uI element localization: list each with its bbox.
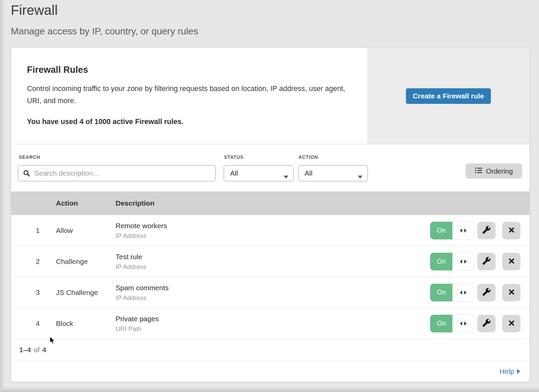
pagination-total: 4 bbox=[42, 346, 46, 354]
column-header-action: Action bbox=[56, 199, 78, 207]
rule-description-title: Spam comments bbox=[116, 283, 169, 292]
delete-rule-button[interactable] bbox=[502, 222, 520, 239]
filters-section: SEARCH STATUS ACTION All All bbox=[11, 144, 530, 191]
page-subtitle: Manage access by IP, country, or query r… bbox=[11, 26, 198, 37]
toggle-on-label: On bbox=[430, 315, 452, 332]
page-title: Firewall bbox=[11, 3, 198, 18]
edit-rule-button[interactable] bbox=[477, 253, 496, 270]
window-left-edge bbox=[0, 0, 3, 392]
action-label: ACTION bbox=[298, 154, 318, 160]
edit-rule-button[interactable] bbox=[477, 284, 496, 301]
create-firewall-rule-button[interactable]: Create a Firewall rule bbox=[406, 88, 491, 104]
table-row: 4 Block Private pages URI Path On bbox=[11, 308, 530, 339]
delete-rule-button[interactable] bbox=[502, 284, 520, 301]
wrench-icon bbox=[482, 319, 491, 328]
rule-description: Spam comments IP Address bbox=[116, 283, 169, 301]
help-link-label: Help bbox=[500, 367, 514, 375]
firewall-rules-card: Firewall Rules Control incoming traffic … bbox=[11, 48, 530, 382]
rule-controls: On bbox=[430, 253, 520, 270]
toggle-on-label: On bbox=[430, 253, 452, 270]
rule-enabled-toggle[interactable]: On bbox=[430, 315, 474, 332]
toggle-drag-arrows-icon bbox=[452, 253, 474, 270]
ordering-button-label: Ordering bbox=[486, 167, 513, 175]
rules-info-section: Firewall Rules Control incoming traffic … bbox=[11, 48, 530, 144]
list-icon bbox=[475, 167, 482, 175]
help-link[interactable]: Help bbox=[500, 367, 520, 375]
chevron-down-icon bbox=[358, 172, 362, 180]
pagination: 1–4 of 4 bbox=[11, 339, 530, 361]
rule-match-type: IP Address bbox=[116, 232, 167, 239]
card-footer: Help bbox=[11, 361, 530, 382]
rule-controls: On bbox=[430, 284, 520, 301]
rule-action: Challenge bbox=[56, 258, 88, 266]
rule-action: Allow bbox=[56, 227, 73, 235]
rule-description-title: Test rule bbox=[116, 252, 147, 261]
rule-priority: 1 bbox=[31, 227, 44, 235]
page-header: Firewall Manage access by IP, country, o… bbox=[11, 3, 198, 37]
edit-rule-button[interactable] bbox=[477, 315, 496, 332]
ordering-button[interactable]: Ordering bbox=[466, 163, 522, 179]
pagination-range: 1–4 bbox=[19, 346, 31, 354]
table-header: Action Description bbox=[11, 191, 530, 215]
window-bottom-edge bbox=[0, 388, 539, 392]
pagination-of: of bbox=[34, 346, 40, 354]
rules-usage-count: You have used 4 of 1000 active Firewall … bbox=[27, 118, 354, 126]
edit-rule-button[interactable] bbox=[477, 222, 496, 239]
close-icon bbox=[508, 226, 515, 235]
delete-rule-button[interactable] bbox=[502, 315, 520, 332]
column-header-description: Description bbox=[116, 199, 155, 207]
triangle-right-icon bbox=[517, 367, 520, 375]
rule-controls: On bbox=[430, 315, 520, 332]
rule-enabled-toggle[interactable]: On bbox=[430, 253, 474, 270]
status-select-value: All bbox=[230, 169, 238, 177]
status-label: STATUS bbox=[224, 154, 244, 160]
rule-description: Test rule IP Address bbox=[116, 252, 147, 270]
search-icon bbox=[23, 170, 30, 178]
rule-match-type: IP Address bbox=[116, 263, 147, 270]
rules-heading: Firewall Rules bbox=[27, 65, 354, 75]
rule-priority: 2 bbox=[31, 258, 44, 266]
wrench-icon bbox=[482, 257, 491, 266]
toggle-drag-arrows-icon bbox=[452, 284, 474, 301]
table-row: 1 Allow Remote workers IP Address On bbox=[11, 215, 530, 246]
rule-enabled-toggle[interactable]: On bbox=[430, 222, 474, 239]
delete-rule-button[interactable] bbox=[502, 253, 520, 270]
table-row: 3 JS Challenge Spam comments IP Address … bbox=[11, 277, 530, 308]
action-select-value: All bbox=[305, 169, 312, 177]
table-row: 2 Challenge Test rule IP Address On bbox=[11, 246, 530, 277]
rule-description: Remote workers IP Address bbox=[116, 221, 167, 239]
toggle-drag-arrows-icon bbox=[452, 315, 474, 332]
search-field-wrap bbox=[18, 165, 216, 181]
rule-action: Block bbox=[56, 320, 73, 328]
close-icon bbox=[508, 257, 515, 266]
action-select[interactable]: All bbox=[298, 165, 368, 181]
rule-enabled-toggle[interactable]: On bbox=[430, 284, 474, 301]
rule-priority: 4 bbox=[31, 320, 44, 328]
rule-action: JS Challenge bbox=[56, 289, 98, 297]
rule-priority: 3 bbox=[31, 289, 44, 297]
close-icon bbox=[508, 319, 515, 328]
chevron-down-icon bbox=[284, 172, 288, 180]
toggle-drag-arrows-icon bbox=[452, 222, 474, 239]
rule-description-title: Private pages bbox=[116, 314, 159, 323]
rule-controls: On bbox=[430, 222, 520, 239]
rule-match-type: URI Path bbox=[116, 325, 159, 332]
status-select[interactable]: All bbox=[224, 165, 294, 181]
close-icon bbox=[508, 288, 515, 297]
rules-description: Control incoming traffic to your zone by… bbox=[27, 83, 347, 107]
create-rule-panel: Create a Firewall rule bbox=[367, 48, 530, 144]
rules-info-text: Firewall Rules Control incoming traffic … bbox=[11, 48, 367, 144]
rule-description: Private pages URI Path bbox=[116, 314, 159, 332]
wrench-icon bbox=[482, 225, 491, 235]
toggle-on-label: On bbox=[430, 284, 452, 301]
wrench-icon bbox=[482, 288, 491, 297]
rule-description-title: Remote workers bbox=[116, 221, 167, 230]
search-input[interactable] bbox=[18, 165, 216, 181]
search-label: SEARCH bbox=[19, 154, 40, 160]
rule-match-type: IP Address bbox=[116, 294, 169, 301]
toggle-on-label: On bbox=[430, 222, 452, 239]
